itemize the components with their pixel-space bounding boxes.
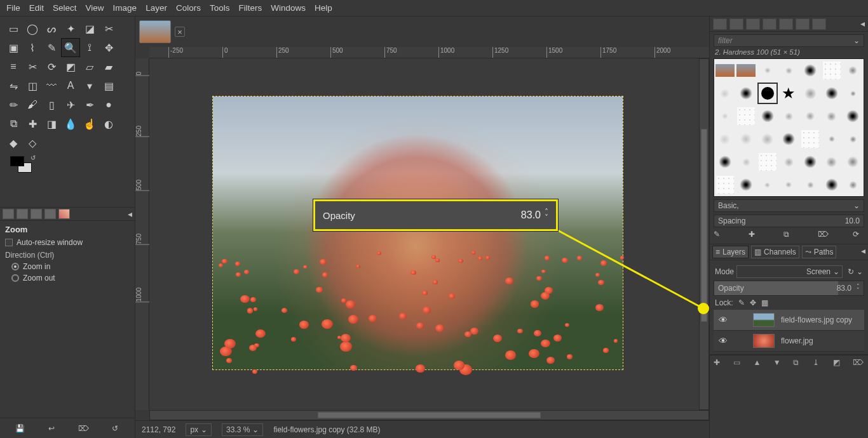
- tool-mypaint[interactable]: ●: [99, 95, 118, 114]
- new-layer-icon[interactable]: ✚: [714, 358, 725, 369]
- opacity-down-icon[interactable]: ˅: [857, 288, 860, 292]
- tool-color-picker[interactable]: ✎: [42, 38, 61, 57]
- dock-menu-icon[interactable]: ◂: [860, 18, 865, 29]
- tool-crop[interactable]: ✂: [23, 57, 42, 76]
- image-tab-thumbnail[interactable]: [139, 20, 171, 43]
- brush-swatch[interactable]: [757, 150, 778, 173]
- mypaint-dock-tab[interactable]: [812, 18, 826, 30]
- tool-scissors[interactable]: ✂: [99, 19, 118, 38]
- layer-row[interactable]: 👁flower.jpg: [714, 331, 864, 352]
- patterns-dock-tab[interactable]: [729, 18, 743, 30]
- brush-swatch[interactable]: [778, 128, 800, 150]
- tool-options-tab-1[interactable]: [3, 209, 14, 219]
- tool-options-tab-5[interactable]: [58, 209, 70, 219]
- swap-colors-icon[interactable]: ↺: [31, 154, 36, 161]
- chevron-down-icon[interactable]: ⌄: [857, 267, 863, 276]
- zoom-select[interactable]: 33.3 % ⌄: [222, 423, 263, 436]
- brush-swatch[interactable]: [757, 173, 778, 196]
- brush-swatch[interactable]: [821, 59, 843, 82]
- tool-options-tab-4[interactable]: [44, 209, 56, 219]
- tool-perspective-clone[interactable]: ◨: [42, 114, 61, 133]
- tool-measure[interactable]: ⟟: [80, 38, 99, 57]
- auto-resize-checkbox[interactable]: Auto-resize window: [5, 238, 130, 247]
- brush-swatch[interactable]: [799, 128, 821, 150]
- tool-options-tab-2[interactable]: [17, 209, 28, 219]
- brush-swatch[interactable]: [821, 105, 843, 128]
- tool-rotate[interactable]: ⟳: [42, 57, 61, 76]
- menu-view[interactable]: View: [86, 3, 104, 13]
- mask-icon[interactable]: ◩: [833, 358, 844, 369]
- brush-spacing-field[interactable]: Spacing 10.0: [714, 215, 864, 227]
- vertical-scrollbar[interactable]: [699, 58, 709, 410]
- fg-bg-colors[interactable]: ↺: [6, 155, 41, 180]
- brush-swatch[interactable]: ★: [778, 82, 800, 105]
- tool-gradient[interactable]: ▤: [99, 76, 118, 95]
- brush-swatch[interactable]: [799, 105, 821, 128]
- tool-ellipse-select[interactable]: ◯: [23, 19, 42, 38]
- layer-down-icon[interactable]: ▼: [773, 358, 785, 369]
- visibility-eye-icon[interactable]: 👁: [717, 315, 729, 325]
- menu-help[interactable]: Help: [315, 3, 332, 13]
- menu-image[interactable]: Image: [113, 3, 137, 13]
- tool-options-tab-3[interactable]: [31, 209, 42, 219]
- fonts-dock-tab[interactable]: [746, 18, 760, 30]
- tool-heal[interactable]: ✚: [23, 114, 42, 133]
- tool-options-menu-icon[interactable]: ◂: [128, 209, 132, 219]
- save-preset-icon[interactable]: 💾: [13, 422, 26, 435]
- brush-swatch[interactable]: [757, 82, 778, 105]
- tool-scale[interactable]: ◩: [61, 57, 80, 76]
- image-tab-close-icon[interactable]: ×: [175, 27, 185, 37]
- brush-filter-input[interactable]: filter: [718, 36, 733, 45]
- menu-file[interactable]: File: [6, 3, 20, 13]
- brush-swatch[interactable]: [736, 173, 757, 196]
- tool-foreground-select[interactable]: ▣: [4, 38, 23, 57]
- new-group-icon[interactable]: ▭: [733, 358, 745, 369]
- menu-filters[interactable]: Filters: [238, 3, 262, 13]
- history-dock-tab[interactable]: [763, 18, 776, 30]
- merge-down-icon[interactable]: ⤓: [813, 358, 824, 369]
- tool-fuzzy-select[interactable]: ✦: [61, 19, 80, 38]
- brush-swatch[interactable]: [714, 150, 736, 173]
- menu-colors[interactable]: Colors: [176, 3, 201, 13]
- brush-swatch[interactable]: [778, 59, 800, 82]
- mode-switch-icon[interactable]: ↻: [848, 267, 854, 276]
- fg-color-swatch[interactable]: [10, 156, 24, 166]
- brush-swatch[interactable]: [842, 173, 864, 196]
- unit-select[interactable]: px ⌄: [186, 423, 212, 436]
- brush-swatch[interactable]: [821, 128, 843, 150]
- zoom-out-radio[interactable]: Zoom out: [5, 274, 130, 282]
- tool-zoom[interactable]: 🔍: [61, 38, 80, 57]
- tool-text[interactable]: A: [61, 76, 80, 95]
- zoom-in-radio[interactable]: Zoom in: [5, 262, 130, 271]
- brush-swatch[interactable]: [821, 173, 843, 196]
- tool-eraser[interactable]: ▯: [42, 95, 61, 114]
- brush-swatch[interactable]: [821, 150, 843, 173]
- brush-swatch[interactable]: [736, 128, 757, 150]
- brush-swatch[interactable]: [714, 128, 736, 150]
- delete-layer-icon[interactable]: ⌦: [853, 358, 864, 369]
- tab-channels[interactable]: ▥ Channels: [751, 246, 799, 258]
- brush-swatch[interactable]: [799, 150, 821, 173]
- tool-color-select[interactable]: ◪: [80, 19, 99, 38]
- brush-swatch[interactable]: [842, 59, 864, 82]
- restore-preset-icon[interactable]: ↩: [45, 422, 58, 435]
- tool-flip[interactable]: ⇋: [4, 76, 23, 95]
- brush-swatch[interactable]: [714, 82, 736, 105]
- brush-swatch[interactable]: [714, 105, 736, 128]
- tool-align[interactable]: ≡: [4, 57, 23, 76]
- refresh-brushes-icon[interactable]: ⟳: [853, 230, 864, 241]
- brush-swatch[interactable]: [736, 105, 757, 128]
- brush-swatch[interactable]: [757, 59, 778, 82]
- tool-warp[interactable]: 〰: [42, 76, 61, 95]
- brush-swatch[interactable]: [736, 150, 757, 173]
- delete-preset-icon[interactable]: ⌦: [77, 422, 90, 435]
- palettes-dock-tab[interactable]: [796, 18, 810, 30]
- brush-swatch[interactable]: [736, 59, 757, 82]
- tool-move[interactable]: ✥: [99, 38, 118, 57]
- gradients-dock-tab[interactable]: [779, 18, 793, 30]
- canvas-viewport[interactable]: [149, 58, 709, 410]
- lock-alpha-icon[interactable]: ▦: [761, 298, 768, 307]
- brush-swatch[interactable]: [842, 128, 864, 150]
- layer-row[interactable]: 👁field-flowers.jpg copy: [714, 310, 864, 331]
- brush-swatch[interactable]: [778, 173, 800, 196]
